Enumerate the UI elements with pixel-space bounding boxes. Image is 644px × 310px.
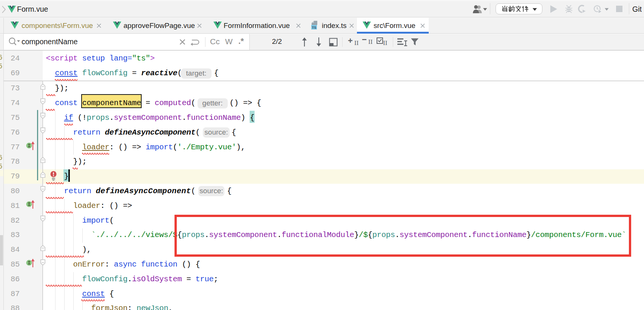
- svg-text:TS: TS: [312, 26, 317, 29]
